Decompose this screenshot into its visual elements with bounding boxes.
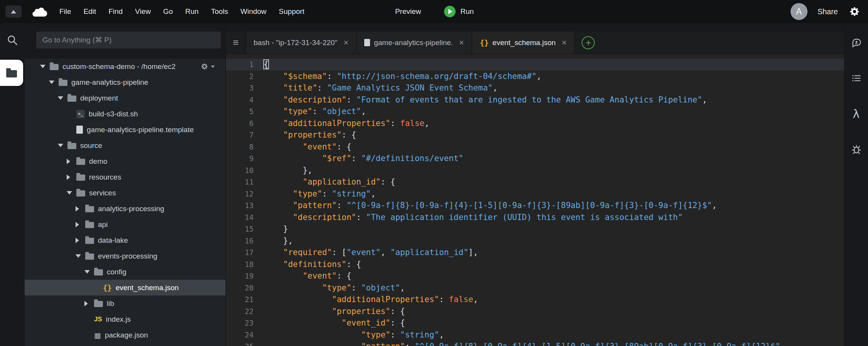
code-line-3[interactable]: 3 "title": "Game Analytics JSON Event Sc…: [226, 82, 844, 94]
code-line-5[interactable]: 5 "type": "object",: [226, 106, 844, 118]
close-icon[interactable]: ×: [343, 39, 348, 47]
tree-item-label: lib: [107, 299, 114, 308]
code-line-19[interactable]: 19 "event": {: [226, 270, 844, 282]
code-line-2[interactable]: 2 "$schema": "http://json-schema.org/dra…: [226, 71, 844, 82]
tree-settings-gear-icon[interactable]: [200, 62, 215, 71]
tree-item-config[interactable]: config: [25, 264, 225, 280]
tree-item-game-analytics-pipeline[interactable]: game-analytics-pipeline: [25, 74, 225, 90]
code-line-20[interactable]: 20 "type": "object",: [226, 282, 844, 294]
tree-item-events-processing[interactable]: events-processing: [25, 248, 225, 264]
folder-icon: [85, 206, 94, 212]
tree-item-lib[interactable]: lib: [25, 296, 225, 311]
close-icon[interactable]: ×: [459, 39, 464, 47]
code-line-4[interactable]: 4 "description": "Format of events that …: [226, 94, 844, 106]
cloud9-logo-icon[interactable]: [30, 6, 48, 17]
tree-item-custom-schema-demo-home-ec2[interactable]: custom-schema-demo - /home/ec2: [25, 59, 225, 74]
menu-support[interactable]: Support: [279, 7, 304, 16]
chevron-right-icon[interactable]: [67, 159, 76, 164]
chevron-down-icon[interactable]: [76, 254, 85, 258]
tab-game-analytics-pipeline[interactable]: game-analytics-pipeline.×: [357, 32, 472, 54]
line-number: 24: [226, 329, 254, 341]
tree-item-label: demo: [89, 157, 108, 166]
code-line-22[interactable]: 22 "properties": {: [226, 306, 844, 317]
close-icon[interactable]: ×: [562, 39, 567, 47]
menu-edit[interactable]: Edit: [84, 7, 96, 16]
environment-panel-button[interactable]: [0, 60, 23, 86]
code-line-15[interactable]: 15 }: [226, 223, 844, 235]
menu-window[interactable]: Window: [241, 7, 267, 16]
run-button[interactable]: Run: [444, 6, 474, 17]
line-number: 12: [226, 188, 254, 200]
goto-anything-input[interactable]: [36, 32, 221, 49]
code-line-11[interactable]: 11 "application_id": {: [226, 176, 844, 188]
tree-item-api[interactable]: api: [25, 217, 225, 232]
tree-item-package-json[interactable]: ▦package.json: [25, 327, 225, 343]
line-number: 17: [226, 247, 254, 259]
collaborate-icon[interactable]: [851, 37, 862, 49]
tree-item-build-s3-dist-sh[interactable]: >_build-s3-dist.sh: [25, 106, 225, 122]
tab-list-menu-button[interactable]: ≡: [226, 32, 246, 54]
code-line-13[interactable]: 13 "pattern": "^[0-9a-f]{8}-[0-9a-f]{4}-…: [226, 200, 844, 212]
chevron-down-icon[interactable]: [58, 144, 67, 147]
chevron-down-icon[interactable]: [40, 65, 50, 68]
chevron-right-icon[interactable]: [67, 175, 76, 180]
menubar: FileEditFindViewGoRunToolsWindowSupport: [59, 7, 304, 16]
menu-tools[interactable]: Tools: [211, 7, 228, 16]
collapse-menubar-button[interactable]: [5, 5, 22, 18]
menu-go[interactable]: Go: [163, 7, 173, 16]
code-line-21[interactable]: 21 "additionalProperties": false,: [226, 294, 844, 306]
line-number: 18: [226, 259, 254, 270]
chevron-right-icon[interactable]: [76, 238, 85, 243]
code-line-6[interactable]: 6 "additionalProperties": false,: [226, 118, 844, 129]
share-button[interactable]: Share: [818, 7, 838, 16]
search-icon[interactable]: [7, 35, 18, 47]
tab-bash-ip-172-31-34-220[interactable]: bash - "ip-172-31-34-220"×: [246, 32, 357, 54]
settings-gear-icon[interactable]: [848, 5, 861, 18]
code-line-9[interactable]: 9 "$ref": "#/definitions/event": [226, 153, 844, 165]
preview-button[interactable]: Preview: [395, 7, 421, 16]
chevron-down-icon[interactable]: [67, 191, 76, 195]
outline-icon[interactable]: [851, 72, 862, 84]
tree-item-services[interactable]: services: [25, 185, 225, 201]
chevron-down-icon[interactable]: [58, 96, 67, 100]
tree-item-index-js[interactable]: JSindex.js: [25, 311, 225, 327]
tree-item-resources[interactable]: resources: [25, 169, 225, 185]
lambda-icon[interactable]: λ: [851, 108, 862, 119]
code-line-14[interactable]: 14 "description": "The application ident…: [226, 212, 844, 223]
menu-find[interactable]: Find: [108, 7, 123, 16]
tree-item-analytics-processing[interactable]: analytics-processing: [25, 201, 225, 217]
new-tab-button[interactable]: +: [582, 36, 595, 49]
code-line-24[interactable]: 24 "type": "string",: [226, 329, 844, 341]
debugger-icon[interactable]: [851, 143, 862, 155]
chevron-right-icon[interactable]: [76, 206, 85, 212]
tree-item-demo[interactable]: demo: [25, 153, 225, 169]
chevron-right-icon[interactable]: [84, 301, 94, 306]
tree-item-label: analytics-processing: [98, 205, 164, 213]
menu-file[interactable]: File: [59, 7, 71, 16]
chevron-down-icon[interactable]: [49, 81, 59, 84]
code-editor[interactable]: 1{2 "$schema": "http://json-schema.org/d…: [226, 54, 844, 346]
code-line-text: "required": ["event", "application_id"],: [264, 247, 478, 259]
tree-item-data-lake[interactable]: data-lake: [25, 232, 225, 248]
code-line-10[interactable]: 10 },: [226, 165, 844, 176]
code-line-18[interactable]: 18 "definitions": {: [226, 259, 844, 270]
avatar[interactable]: A: [791, 3, 807, 20]
code-line-16[interactable]: 16 },: [226, 235, 844, 247]
tree-item-game-analytics-pipeline-template[interactable]: game-analytics-pipeline.template: [25, 122, 225, 138]
chevron-down-icon[interactable]: [84, 270, 94, 274]
tree-item-deployment[interactable]: deployment: [25, 90, 225, 106]
tree-item-source[interactable]: source: [25, 138, 225, 153]
code-line-17[interactable]: 17 "required": ["event", "application_id…: [226, 247, 844, 259]
tab-event-schema-json[interactable]: {}event_schema.json×: [472, 32, 575, 54]
chevron-right-icon[interactable]: [76, 222, 85, 227]
code-line-8[interactable]: 8 "event": {: [226, 141, 844, 153]
menu-run[interactable]: Run: [185, 7, 199, 16]
code-line-23[interactable]: 23 "event_id": {: [226, 317, 844, 329]
menu-view[interactable]: View: [135, 7, 151, 16]
code-line-12[interactable]: 12 "type": "string",: [226, 188, 844, 200]
code-line-25[interactable]: 25 "pattern": "^[0-9a-f]{8}-[0-9a-f]{4}-…: [226, 341, 844, 346]
code-line-7[interactable]: 7 "properties": {: [226, 129, 844, 141]
tree-item-label: index.js: [106, 315, 131, 324]
code-line-1[interactable]: 1{: [226, 59, 844, 71]
tree-item-event-schema-json[interactable]: {}event_schema.json: [25, 280, 225, 296]
